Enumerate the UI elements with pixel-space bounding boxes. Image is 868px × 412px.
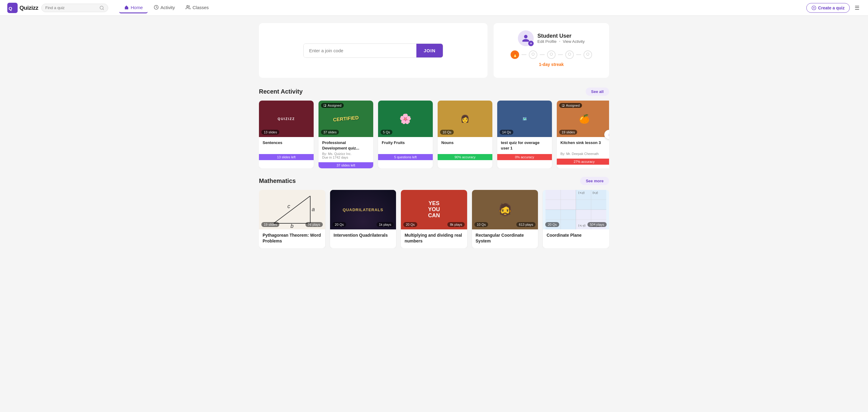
streak-connector-3 bbox=[558, 54, 563, 55]
card-title-nouns: Nouns bbox=[441, 140, 489, 151]
card-badge-kitchen: 19 slides bbox=[559, 130, 577, 135]
menu-button[interactable]: ☰ bbox=[854, 3, 861, 12]
math-card-pythagorean[interactable]: c a b 19 slides 76 plays Pythagorean The… bbox=[259, 190, 325, 248]
card-thumb-professional: CERTIFIED Assigned 37 slides bbox=[318, 101, 373, 137]
search-input[interactable] bbox=[45, 5, 98, 10]
search-bar[interactable] bbox=[41, 4, 108, 12]
avatar-plus-icon[interactable]: + bbox=[528, 41, 534, 46]
card-body-fruity: Fruity Fruits bbox=[378, 137, 433, 154]
coord-badge-left: 20 Qs bbox=[545, 222, 559, 227]
streak-day-1: 🔥 bbox=[510, 51, 519, 59]
card-thumb-fruity: 🌸 5 Qs bbox=[378, 101, 433, 137]
see-all-button[interactable]: See all bbox=[586, 88, 609, 96]
card-title-professional: Professional Development quiz... bbox=[322, 140, 370, 151]
card-status-nouns: 90% accuracy bbox=[438, 154, 492, 160]
card-thumb-sentences: QUIZIZZ 13 slides bbox=[259, 101, 314, 137]
dot-separator: • bbox=[559, 39, 560, 44]
nav-activity-label: Activity bbox=[160, 5, 175, 10]
nav-home[interactable]: Home bbox=[119, 2, 148, 13]
svg-text:b: b bbox=[290, 223, 293, 229]
svg-text:a: a bbox=[312, 206, 315, 212]
card-body-nouns: Nouns bbox=[438, 137, 492, 154]
home-icon bbox=[124, 5, 129, 10]
search-icon bbox=[99, 5, 104, 10]
math-thumb-pythagorean: c a b 19 slides 76 plays bbox=[259, 190, 325, 229]
view-activity-link[interactable]: View Activity bbox=[563, 39, 585, 44]
nav-classes-label: Classes bbox=[192, 5, 209, 10]
logo[interactable]: Q Quizizz bbox=[7, 3, 38, 13]
card-title-test: test quiz for overage user 1 bbox=[501, 140, 548, 151]
quiz-card-fruity[interactable]: 🌸 5 Qs Fruity Fruits 5 questions left bbox=[378, 101, 433, 168]
card-thumb-test: 🗺️ 14 Qs bbox=[497, 101, 552, 137]
card-badge-nouns: 10 Qs bbox=[440, 130, 454, 135]
see-more-button[interactable]: See more bbox=[580, 177, 609, 185]
math-card-title-rectangular: Rectangular Coordinate System bbox=[476, 232, 535, 244]
math-card-title-coordinate: Coordinate Plane bbox=[547, 232, 606, 238]
rect-portrait: 🧔 bbox=[498, 203, 513, 217]
math-thumb-bg-coordinate: (-x,y) (x,y) (-x,-y) (x,-y) 20 Qs 504 pl… bbox=[543, 190, 609, 229]
edit-profile-link[interactable]: Edit Profile bbox=[537, 39, 556, 44]
streak-day-5 bbox=[584, 51, 592, 59]
math-card-body-rectangular: Rectangular Coordinate System bbox=[472, 229, 538, 248]
math-thumb-bg-pythagorean: c a b 19 slides 76 plays bbox=[259, 190, 325, 229]
assigned-badge-professional: Assigned bbox=[321, 103, 344, 108]
math-thumb-bg-rectangular: 🧔 10 Qs 613 plays bbox=[472, 190, 538, 229]
svg-text:(-x,-y): (-x,-y) bbox=[578, 224, 586, 227]
menu-icon: ☰ bbox=[855, 5, 860, 11]
profile-name: Student User bbox=[537, 33, 584, 39]
math-card-rectangular[interactable]: 🧔 10 Qs 613 plays Rectangular Coordinate… bbox=[472, 190, 538, 248]
recent-activity-header: Recent Activity See all bbox=[259, 88, 609, 96]
svg-text:c: c bbox=[287, 203, 290, 209]
mult-badge-right: 8k plays bbox=[447, 222, 464, 227]
pyth-badge-left: 19 slides bbox=[261, 222, 279, 227]
card-status-sentences: 13 slides left bbox=[259, 154, 314, 160]
profile-avatar-row: + Student User Edit Profile • View Activ… bbox=[518, 30, 584, 46]
quiz-card-test[interactable]: 🗺️ 14 Qs test quiz for overage user 1 0%… bbox=[497, 101, 552, 168]
card-badge-sentences: 13 slides bbox=[261, 130, 279, 135]
math-card-multiplying[interactable]: YESYOUCAN 20 Qs 8k plays Multiplying and… bbox=[401, 190, 467, 248]
card-status-professional: 37 slides left bbox=[318, 162, 373, 168]
join-code-input[interactable] bbox=[304, 44, 416, 57]
math-card-coordinate[interactable]: (-x,y) (x,y) (-x,-y) (x,-y) 20 Qs 504 pl… bbox=[543, 190, 609, 248]
quiz-card-nouns[interactable]: 👩 10 Qs Nouns 90% accuracy bbox=[438, 101, 492, 168]
math-thumb-quadrilaterals: QUADRILATERALS 20 Qs 1k plays bbox=[330, 190, 396, 229]
streak-label: 1-day streak bbox=[539, 62, 564, 67]
quiz-card-kitchen[interactable]: 🍊 Assigned 19 slides Kitchen sink lesson… bbox=[557, 101, 609, 168]
math-card-title-multiplying: Multiplying and dividing real numbers bbox=[405, 232, 463, 244]
recent-activity-title: Recent Activity bbox=[259, 88, 303, 95]
nav-home-label: Home bbox=[131, 5, 143, 10]
nav-classes[interactable]: Classes bbox=[181, 2, 213, 13]
join-button[interactable]: JOIN bbox=[416, 44, 443, 57]
card-sub-professional: By: Ms. Quizizz Inc.Due in 1742 days bbox=[322, 152, 370, 159]
math-card-body-pythagorean: Pythagorean Theorem: Word Problems bbox=[259, 229, 325, 248]
card-title-kitchen: Kitchen sink lesson 3 bbox=[560, 140, 608, 151]
card-body-professional: Professional Development quiz... By: Ms.… bbox=[318, 137, 373, 162]
card-body-sentences: Sentences bbox=[259, 137, 314, 154]
card-sub-kitchen: By: Mr. Deepak Cheenath bbox=[560, 152, 608, 156]
streak-connector-1 bbox=[522, 54, 526, 55]
quad-text: QUADRILATERALS bbox=[340, 205, 386, 215]
svg-text:Q: Q bbox=[8, 5, 12, 11]
create-quiz-button[interactable]: Create a quiz bbox=[806, 3, 850, 13]
streak-connector-4 bbox=[576, 54, 581, 55]
streak-connector-2 bbox=[540, 54, 545, 55]
logo-text: Quizizz bbox=[20, 5, 38, 11]
streak-row: 🔥 bbox=[510, 51, 592, 59]
mathematics-title: Mathematics bbox=[259, 178, 296, 184]
quiz-card-professional[interactable]: CERTIFIED Assigned 37 slides Professiona… bbox=[318, 101, 373, 168]
profile-info: Student User Edit Profile • View Activit… bbox=[537, 33, 584, 44]
recent-activity-cards: QUIZIZZ 13 slides Sentences 13 slides le… bbox=[259, 101, 609, 168]
quiz-card-sentences[interactable]: QUIZIZZ 13 slides Sentences 13 slides le… bbox=[259, 101, 314, 168]
card-title-fruity: Fruity Fruits bbox=[382, 140, 429, 151]
math-card-body-coordinate: Coordinate Plane bbox=[543, 229, 609, 243]
pyth-badge-right: 76 plays bbox=[305, 222, 323, 227]
quad-badge-right: 1k plays bbox=[377, 222, 394, 227]
card-badge-professional: 37 slides bbox=[321, 130, 339, 135]
svg-text:(-x,y): (-x,y) bbox=[578, 191, 585, 194]
nav-activity[interactable]: Activity bbox=[149, 2, 180, 13]
mathematics-cards: c a b 19 slides 76 plays Pythagorean The… bbox=[259, 190, 609, 248]
math-card-quadrilaterals[interactable]: QUADRILATERALS 20 Qs 1k plays Interventi… bbox=[330, 190, 396, 248]
hero-section: JOIN + Student User Edit Profile • View … bbox=[259, 23, 609, 78]
profile-card: + Student User Edit Profile • View Activ… bbox=[494, 23, 609, 78]
card-title-sentences: Sentences bbox=[262, 140, 310, 151]
